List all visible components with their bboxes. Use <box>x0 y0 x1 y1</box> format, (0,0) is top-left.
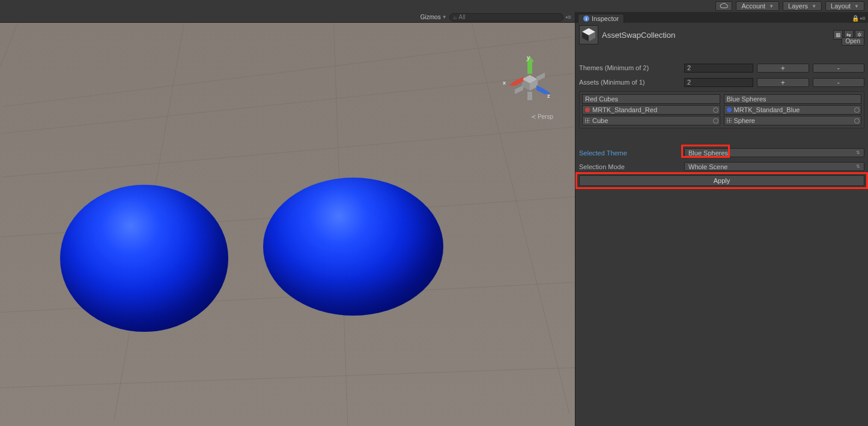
unity-cube-icon <box>581 27 596 43</box>
selected-theme-dropdown[interactable]: Blue Spheres⇅ <box>684 148 864 157</box>
selected-theme-row: Selected Theme Blue Spheres⇅ <box>579 148 864 158</box>
chevron-down-icon: ▼ <box>854 4 859 9</box>
search-input[interactable] <box>459 14 559 20</box>
mesh-field[interactable]: Sphere <box>724 116 862 125</box>
object-picker-icon[interactable] <box>854 107 860 113</box>
selection-mode-label: Selection Mode <box>579 163 684 170</box>
selection-mode-dropdown[interactable]: Whole Scene⇅ <box>684 162 864 171</box>
theme-column-red: Red Cubes MRTK_Standard_Red Cube <box>582 94 720 125</box>
context-menu-icon[interactable]: ▪≡ <box>860 15 866 22</box>
lock-icon[interactable]: 🔒 <box>852 15 859 22</box>
svg-marker-11 <box>515 85 523 94</box>
theme-title-field[interactable]: Blue Spheres <box>724 94 862 104</box>
axis-y-label: y <box>527 55 530 61</box>
object-picker-icon[interactable] <box>713 118 718 124</box>
themes-minus-button[interactable]: - <box>813 64 865 73</box>
scene-sphere[interactable] <box>263 178 443 316</box>
mesh-icon <box>727 118 732 123</box>
chevron-down-icon: ⇅ <box>856 150 860 155</box>
account-dropdown[interactable]: Account▼ <box>736 1 779 11</box>
themes-label: Themes (Minimum of 2) <box>579 64 684 71</box>
inspector-tab-row: i Inspector 🔒 ▪≡ <box>575 12 868 23</box>
material-icon <box>585 107 590 112</box>
svg-marker-9 <box>527 92 532 100</box>
object-picker-icon[interactable] <box>713 107 718 113</box>
themes-grid: Red Cubes MRTK_Standard_Red Cube Blue Sp… <box>579 91 864 128</box>
object-picker-icon[interactable] <box>854 118 860 124</box>
theme-title-field[interactable]: Red Cubes <box>582 94 720 104</box>
info-icon: i <box>583 16 589 22</box>
assets-row: Assets (Minimum of 1) + - <box>579 77 864 88</box>
scene-toolbar: Gizmos ▼ ⌕ ▪≡ <box>0 12 575 23</box>
mesh-field[interactable]: Cube <box>582 116 720 125</box>
layout-dropdown[interactable]: Layout▼ <box>825 1 864 11</box>
chevron-down-icon: ▼ <box>812 4 816 9</box>
svg-marker-7 <box>536 85 545 94</box>
axis-z-label: z <box>547 93 550 99</box>
chevron-down-icon: ▼ <box>769 4 774 9</box>
layers-label: Layers <box>788 2 808 10</box>
cloud-button[interactable] <box>715 1 732 11</box>
themes-value-field[interactable] <box>684 64 753 73</box>
asset-icon[interactable] <box>579 25 598 44</box>
material-field[interactable]: MRTK_Standard_Red <box>582 105 720 115</box>
scene-options-icon[interactable]: ▪≡ <box>566 14 571 20</box>
chevron-down-icon: ▼ <box>442 14 447 20</box>
svg-marker-3 <box>527 62 532 74</box>
layers-dropdown[interactable]: Layers▼ <box>783 1 822 11</box>
inspector-panel: i Inspector 🔒 ▪≡ AssetSwapCollection <box>575 12 868 426</box>
themes-plus-button[interactable]: + <box>757 64 809 73</box>
scene-pane: Gizmos ▼ ⌕ ▪≡ <box>0 12 575 426</box>
assets-plus-button[interactable]: + <box>757 78 809 87</box>
material-field[interactable]: MRTK_Standard_Blue <box>724 105 862 115</box>
selected-theme-label: Selected Theme <box>579 149 684 157</box>
gizmos-dropdown[interactable]: Gizmos ▼ <box>420 14 447 20</box>
cloud-icon <box>720 3 728 9</box>
inspector-tab-label: Inspector <box>592 15 619 22</box>
orientation-gizmo[interactable]: y x z ≺ Persp <box>503 56 557 116</box>
chevron-down-icon: ⇅ <box>856 164 860 169</box>
search-icon: ⌕ <box>454 14 457 20</box>
svg-marker-6 <box>509 81 515 86</box>
assets-label: Assets (Minimum of 1) <box>579 79 684 86</box>
themes-row: Themes (Minimum of 2) + - <box>579 62 864 73</box>
top-toolbar: Account▼ Layers▼ Layout▼ <box>0 0 868 12</box>
svg-marker-5 <box>515 77 523 86</box>
selection-mode-row: Selection Mode Whole Scene⇅ <box>579 161 864 172</box>
assets-minus-button[interactable]: - <box>813 78 865 87</box>
svg-marker-10 <box>536 73 545 82</box>
asset-header: AssetSwapCollection ▦ ⇆ ✲ Open <box>579 24 864 46</box>
theme-column-blue: Blue Spheres MRTK_Standard_Blue Sphere <box>724 94 862 125</box>
perspective-label[interactable]: ≺ Persp <box>531 113 553 120</box>
account-label: Account <box>741 2 765 10</box>
tab-inspector[interactable]: i Inspector <box>578 14 624 23</box>
apply-button[interactable]: Apply <box>579 175 864 186</box>
main-layout: Gizmos ▼ ⌕ ▪≡ <box>0 12 868 426</box>
asset-name: AssetSwapCollection <box>602 31 833 40</box>
scene-viewport[interactable]: y x z ≺ Persp <box>0 23 575 426</box>
apply-row: Apply <box>579 175 864 186</box>
open-button[interactable]: Open <box>842 37 864 46</box>
mesh-icon <box>585 118 590 123</box>
inspector-body: AssetSwapCollection ▦ ⇆ ✲ Open Themes (M… <box>575 23 868 187</box>
material-icon <box>727 107 732 112</box>
axis-x-label: x <box>503 80 506 86</box>
scene-search[interactable]: ⌕ <box>449 13 563 22</box>
layout-label: Layout <box>831 2 851 10</box>
gizmos-label: Gizmos <box>420 14 441 20</box>
assets-value-field[interactable] <box>684 78 753 87</box>
scene-sphere[interactable] <box>60 185 228 332</box>
gizmo-icon <box>503 56 557 110</box>
